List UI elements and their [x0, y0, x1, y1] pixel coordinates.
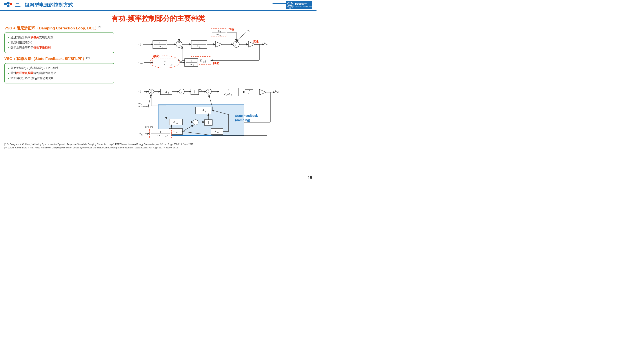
svg-text:-: - — [180, 44, 181, 46]
left-column: VSG + 阻尼矫正环（Damping Correction Loop, DCL… — [5, 26, 114, 140]
svg-text:xp: xp — [176, 132, 178, 134]
svg-text:ω: ω — [247, 29, 249, 32]
reference-1: [*] S. Dong and Y. C. Chen, "Adjusting S… — [5, 143, 312, 146]
svg-text:s: s — [205, 59, 206, 62]
sf-section: VSG + 状态反馈（State Feedback, SF/SFLPF）[**]… — [5, 56, 114, 84]
right-column: P 0 1 ω 0 + - — [119, 26, 312, 140]
dcl-bullet-box: • 通过对输出功率求微分实现阻尼项 • 稳态时阻尼项为0 • 数学上完全等价于惯… — [5, 32, 114, 53]
svg-text:ω: ω — [159, 45, 161, 48]
dcl-bullet-3: • 数学上完全等价于惯性下垂控制 — [8, 46, 111, 50]
sf-dot-1: • — [8, 66, 9, 70]
svg-text:P: P — [139, 132, 141, 135]
svg-text:J: J — [224, 92, 226, 95]
ref1-text: [*] S. Dong and Y. C. Chen, "Adjusting S… — [5, 143, 194, 146]
svg-text:1: 1 — [190, 60, 192, 62]
content-area: VSG + 阻尼矫正环（Damping Correction Loop, DCL… — [0, 26, 316, 140]
sf-bullet-1: • 分为无滤波(SF)和有滤波(SFLPF)两种 — [8, 66, 111, 70]
svg-text:+: + — [178, 41, 180, 44]
svg-text:滤波: 滤波 — [153, 54, 159, 58]
dcl-bullet-text-3: 数学上完全等价于惯性下垂控制 — [11, 46, 51, 50]
svg-text:P: P — [178, 59, 179, 62]
svg-text:D: D — [200, 59, 202, 62]
svg-text:sf: sf — [226, 94, 228, 96]
svg-text:0: 0 — [193, 64, 194, 66]
dcl-bullet-text-1: 通过对输出功率求微分实现阻尼项 — [11, 36, 53, 40]
svg-text:ω: ω — [275, 89, 277, 92]
svg-text:xω: xω — [176, 122, 178, 124]
dcl-title: VSG + 阻尼矫正环（Damping Correction Loop, DCL… — [5, 26, 114, 31]
svg-text:下垂: 下垂 — [229, 28, 235, 31]
svg-text:1: 1 — [198, 42, 200, 44]
references: [*] S. Dong and Y. C. Chen, "Adjusting S… — [0, 141, 316, 151]
svg-text:in: in — [201, 90, 202, 92]
dcl-section: VSG + 阻尼矫正环（Damping Correction Loop, DCL… — [5, 26, 114, 53]
svg-rect-1 — [7, 2, 10, 4]
sf-bullet-3: • 增加自积分环节使PD在稳态时为0 — [8, 76, 111, 80]
svg-text:1: 1 — [228, 89, 230, 92]
dcl-ref: [*] — [98, 26, 101, 28]
svg-text:ω: ω — [228, 92, 230, 95]
svg-text:0: 0 — [140, 44, 141, 46]
svg-text:k: k — [215, 130, 216, 133]
svg-text:西安交通大学: 西安交通大学 — [295, 2, 307, 5]
main-title: 有功-频率控制部分的主要种类 — [0, 14, 316, 24]
sf-label-line2: (damping) — [235, 118, 250, 122]
svg-text:p: p — [167, 92, 169, 94]
svg-text:m: m — [277, 91, 279, 93]
sf-bullet-2: • 通过闭环极点配置得到所需的阻尼比 — [8, 71, 111, 75]
svg-text:xi: xi — [217, 132, 219, 134]
svg-text:+: + — [181, 91, 182, 94]
svg-rect-0 — [5, 3, 7, 5]
svg-text:(Constant): (Constant) — [138, 106, 149, 108]
sf-title: VSG + 状态反馈（State Feedback, SF/SFLPF）[**] — [5, 56, 114, 61]
sf-diagram-svg: P 0 + - k p - + — [119, 78, 312, 140]
svg-text:dcl: dcl — [199, 46, 201, 48]
svg-text:P: P — [138, 60, 140, 64]
svg-text:ω: ω — [264, 41, 266, 44]
svg-text:k: k — [218, 29, 220, 32]
svg-text:out: out — [140, 62, 143, 64]
header-title: 二、组网型电源的控制方式 — [15, 2, 73, 8]
svg-text:k: k — [173, 130, 175, 133]
bullet-dot-1: • — [8, 36, 9, 40]
svg-text:1 + T: 1 + T — [162, 64, 167, 66]
svg-text:k: k — [173, 120, 175, 124]
svg-text:0: 0 — [162, 46, 163, 48]
svg-rect-3 — [10, 3, 12, 5]
reference-2: [**] J. Liu, Y. Miura and T. Ise, "Fixed… — [5, 146, 312, 149]
sf-dot-2: • — [8, 71, 9, 75]
svg-rect-2 — [7, 5, 10, 7]
svg-text:fut: fut — [141, 134, 143, 136]
svg-text:1: 1 — [164, 59, 165, 62]
dcl-bullet-1: • 通过对输出功率求微分实现阻尼项 — [8, 36, 111, 40]
svg-text:fsf: fsf — [165, 136, 167, 137]
svg-text:LPF(P): LPF(P) — [145, 126, 153, 128]
sf-diagram: P 0 + - k p - + — [119, 78, 312, 140]
sf-bullet-text-1: 分为无滤波(SF)和有滤波(SFLPF)两种 — [11, 66, 58, 70]
dcl-bullet-2: • 稳态时阻尼项为0 — [8, 40, 111, 45]
svg-text:0: 0 — [249, 30, 250, 33]
header: 二、组网型电源的控制方式 校徽 西安交通大学 XIAN JIAOTONG UNI… — [0, 0, 316, 11]
svg-text:XIAN JIAOTONG UNIVERSITY: XIAN JIAOTONG UNIVERSITY — [290, 6, 312, 7]
bullet-dot-3: • — [8, 46, 9, 50]
sf-bullet-box: • 分为无滤波(SF)和有滤波(SFLPF)两种 • 通过闭环极点配置得到所需的… — [5, 63, 114, 84]
dcl-bullet-text-2: 稳态时阻尼项为0 — [11, 40, 32, 44]
svg-text:ω: ω — [138, 102, 140, 105]
svg-line-5 — [10, 3, 10, 4]
svg-marker-122 — [259, 89, 266, 95]
svg-text:-: - — [150, 91, 151, 94]
svg-text:阻尼: 阻尼 — [213, 62, 219, 65]
sf-label-line1: State Feedback — [235, 114, 258, 118]
header-icon — [5, 2, 12, 8]
svg-text:p: p — [220, 31, 221, 33]
svg-text:0: 0 — [220, 34, 221, 36]
svg-text:ω: ω — [217, 33, 219, 36]
sf-dot-3: • — [8, 76, 9, 80]
svg-marker-33 — [216, 42, 222, 47]
svg-line-50 — [236, 32, 246, 41]
dcl-diagram-svg: P 0 1 ω 0 + - — [119, 26, 312, 76]
university-logo: 校徽 西安交通大学 XIAN JIAOTONG UNIVERSITY — [286, 1, 312, 9]
svg-text:+: + — [236, 41, 237, 44]
svg-text:0: 0 — [231, 94, 232, 96]
svg-text:0: 0 — [140, 91, 141, 93]
